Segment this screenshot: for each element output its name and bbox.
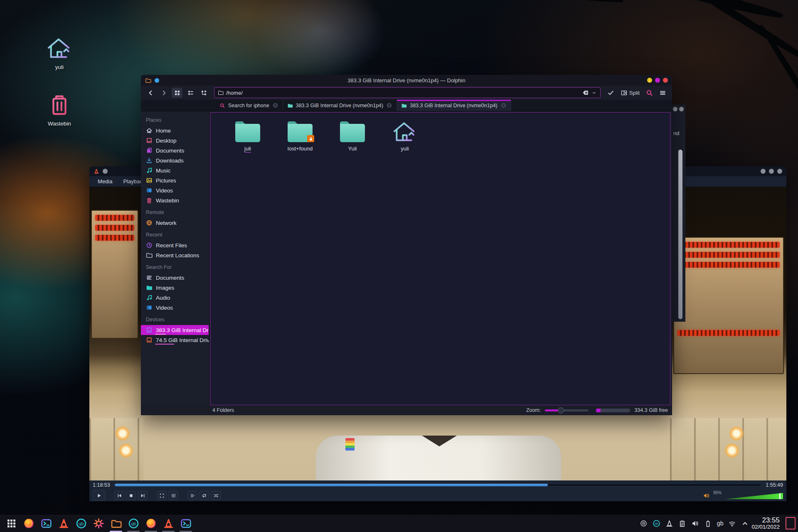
sidebar-item-videos[interactable]: Videos — [141, 185, 209, 195]
keyboard-layout-indicator[interactable]: gb — [717, 520, 724, 527]
menu-item-media[interactable]: Media — [93, 176, 117, 187]
qbittorrent-icon[interactable]: qb — [653, 520, 660, 527]
minimize-button[interactable] — [647, 78, 652, 83]
fullscreen-button[interactable] — [157, 491, 167, 500]
launcher-terminal-icon[interactable] — [37, 515, 55, 532]
file-item-yuli[interactable]: Yuli — [326, 120, 379, 153]
sidebar-item-network[interactable]: Network — [141, 218, 209, 228]
background-window-button[interactable] — [679, 107, 684, 111]
loop-button[interactable] — [199, 491, 209, 500]
battery-icon[interactable] — [704, 520, 712, 527]
file-item-yuli[interactable]: yuli — [379, 120, 431, 153]
sidebar-item-desktop[interactable]: Desktop — [141, 135, 209, 145]
random-button[interactable] — [211, 491, 221, 500]
task-qbittorrent-icon[interactable]: qb — [125, 515, 142, 532]
sidebar-item-audio[interactable]: Audio — [141, 293, 209, 303]
sidebar-item-recent-files[interactable]: Recent Files — [141, 240, 209, 250]
icons-view-button[interactable] — [172, 88, 182, 98]
location-path[interactable]: /home/ — [226, 90, 580, 96]
sidebar-item-74-5-gib-internal-driv-[interactable]: 74.5 GiB Internal Driv... — [141, 335, 209, 345]
vlc-titlebar-dot[interactable] — [103, 169, 108, 174]
clock-time: 23:55 — [751, 517, 780, 524]
sidebar-item-home[interactable]: Home — [141, 126, 209, 135]
desktop-icon-yuli[interactable]: yuli — [42, 35, 77, 70]
task-dolphin-folder-icon-active[interactable] — [107, 515, 125, 532]
zoom-slider[interactable] — [545, 409, 589, 411]
zoom-slider-handle[interactable] — [558, 407, 564, 414]
play-button[interactable] — [93, 490, 105, 501]
menu-hamburger-button[interactable] — [657, 88, 668, 98]
vlc-maximize-button[interactable] — [769, 169, 774, 174]
sidebar-item-383-3-gib-internal-dri-[interactable]: 383.3 GiB Internal Dri... — [141, 325, 209, 335]
launcher-qbittorrent-icon[interactable]: qb — [72, 515, 90, 532]
volume-icon[interactable] — [691, 520, 699, 527]
background-window-button[interactable] — [673, 107, 677, 111]
task-terminal-icon[interactable] — [177, 515, 195, 532]
clipboard-icon[interactable] — [678, 520, 686, 527]
launcher-firefox-icon[interactable] — [20, 515, 37, 532]
tab-close-icon[interactable] — [500, 102, 507, 108]
tab-1[interactable]: Search for iphone — [215, 100, 283, 111]
launcher-settings-gear-icon[interactable] — [90, 515, 107, 532]
tab-close-icon[interactable] — [386, 102, 392, 108]
split-view-button[interactable]: Split — [619, 88, 641, 98]
close-button[interactable] — [663, 78, 668, 83]
volume-slider[interactable] — [725, 493, 783, 499]
digital-clock[interactable]: 23:55 02/01/2022 — [751, 517, 780, 530]
file-item-lost-found[interactable]: lost+found — [274, 120, 326, 153]
mute-toggle-icon[interactable] — [703, 492, 710, 499]
vlc-minimize-button[interactable] — [761, 169, 766, 174]
compact-view-button[interactable] — [185, 88, 196, 98]
sidebar-item-documents[interactable]: Documents — [141, 273, 209, 283]
show-desktop-button[interactable] — [786, 517, 796, 530]
sidebar-item-music[interactable]: Music — [141, 165, 209, 175]
terminal-icon — [41, 518, 52, 529]
desktop-icon-wastebin[interactable]: Wastebin — [42, 91, 77, 127]
stop-button[interactable] — [126, 491, 136, 500]
sidebar-item-wastebin[interactable]: Wastebin — [141, 195, 209, 205]
dolphin-titlebar[interactable]: 383.3 GiB Internal Drive (nvme0n1p4) — D… — [141, 75, 672, 86]
media-pause-icon[interactable] — [640, 520, 648, 527]
previous-button[interactable] — [114, 491, 124, 500]
chevron-down-icon[interactable] — [591, 90, 597, 96]
extended-settings-button[interactable] — [168, 491, 178, 500]
tab-3[interactable]: 383.3 GiB Internal Drive (nvme0n1p4) — [397, 100, 511, 111]
clear-location-icon[interactable] — [582, 89, 589, 96]
user-home-icon — [392, 120, 418, 143]
sidebar-item-downloads[interactable]: Downloads — [141, 155, 209, 165]
forward-button[interactable] — [158, 88, 169, 98]
volume-handle[interactable] — [779, 493, 781, 499]
task-firefox-icon[interactable] — [142, 515, 160, 532]
chevron-up-icon[interactable] — [741, 520, 749, 527]
vlc-tray-icon[interactable] — [665, 520, 673, 527]
scrollbar[interactable] — [678, 150, 682, 319]
folder-view[interactable]: julilost+foundYuliyuli — [210, 111, 670, 405]
desktop-icon — [146, 137, 153, 144]
sidebar-item-pictures[interactable]: Pictures — [141, 175, 209, 185]
sidebar-item-documents[interactable]: Documents — [141, 145, 209, 155]
details-view-button[interactable] — [198, 88, 209, 98]
task-vlc-icon[interactable] — [160, 515, 177, 532]
truncated-file-label: nd — [672, 130, 685, 136]
wastebin-icon — [146, 197, 153, 204]
search-button[interactable] — [644, 88, 655, 98]
back-button[interactable] — [145, 88, 156, 98]
sidebar-item-recent-locations[interactable]: Recent Locations — [141, 250, 209, 260]
maximize-button[interactable] — [655, 78, 660, 83]
seek-bar[interactable] — [114, 483, 762, 487]
sidebar-item-images[interactable]: Images — [141, 283, 209, 293]
accept-location-button[interactable] — [606, 88, 616, 98]
playlist-button[interactable] — [187, 491, 197, 500]
file-item-juli[interactable]: juli — [222, 120, 274, 153]
network-wireless-icon[interactable] — [728, 520, 736, 527]
next-button[interactable] — [138, 491, 148, 500]
sidebar-item-videos[interactable]: Videos — [141, 303, 209, 313]
vlc-close-button[interactable] — [777, 169, 782, 174]
volume-percent: 95% — [713, 490, 722, 495]
launcher-app-launcher-icon[interactable] — [2, 515, 20, 532]
location-bar[interactable]: /home/ — [214, 87, 601, 98]
launcher-vlc-icon[interactable] — [55, 515, 72, 532]
tab-close-icon[interactable] — [272, 102, 278, 108]
sidebar-section-remote: Remote — [141, 205, 209, 218]
tab-2[interactable]: 383.3 GiB Internal Drive (nvme0n1p4) — [283, 100, 397, 111]
